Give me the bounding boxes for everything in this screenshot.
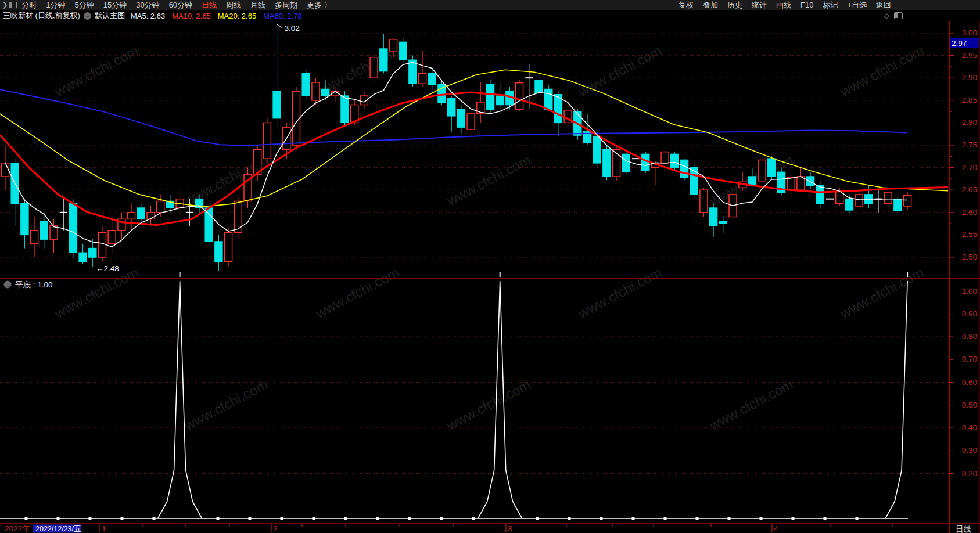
candle-body[interactable] — [487, 84, 494, 109]
candle-body[interactable] — [428, 73, 436, 84]
indicator-axis-label: 0.70 — [962, 355, 977, 363]
candle-body[interactable] — [797, 177, 805, 190]
period-tab-30分钟[interactable]: 30分钟 — [136, 0, 159, 10]
candle-body[interactable] — [884, 192, 892, 203]
candle-body[interactable] — [79, 253, 87, 261]
candle-body[interactable] — [467, 114, 475, 129]
candle-body[interactable] — [700, 190, 708, 213]
period-tab-月线[interactable]: 月线 — [250, 0, 265, 10]
ma-value-2: MA20: 2.65 — [218, 12, 257, 20]
candle-body[interactable] — [2, 163, 9, 177]
indicator-zero-dot — [440, 517, 443, 520]
candle-body[interactable] — [904, 195, 911, 206]
candle-body[interactable] — [341, 96, 349, 123]
candle-body[interactable] — [108, 231, 116, 244]
candle-body[interactable] — [128, 213, 135, 219]
period-tab-15分钟[interactable]: 15分钟 — [103, 0, 127, 10]
candle-body[interactable] — [40, 221, 48, 239]
period-tab-60分钟[interactable]: 60分钟 — [169, 0, 192, 10]
kline-chart-area[interactable]: www.cfchi.comwww.cfchi.comwww.cfchi.comw… — [0, 21, 980, 533]
indicator-zero-dot — [760, 517, 763, 520]
candle-body[interactable] — [69, 203, 77, 253]
indicator-axis-label: 0.50 — [962, 401, 977, 409]
candle-body[interactable] — [205, 208, 213, 242]
candle-body[interactable] — [263, 123, 271, 159]
chevron-down-circle-icon[interactable]: ⌄ — [84, 12, 91, 20]
price-axis-label: 2.85 — [962, 96, 977, 105]
candle-body[interactable] — [894, 199, 902, 211]
candle-body[interactable] — [31, 231, 38, 244]
tool-button-标记[interactable]: 标记 — [823, 0, 838, 10]
tool-button-画线[interactable]: 画线 — [776, 0, 791, 10]
candle-body[interactable] — [710, 208, 717, 226]
candle-body[interactable] — [380, 49, 387, 71]
tool-button-历史[interactable]: 历史 — [727, 0, 742, 10]
candle-body[interactable] — [855, 195, 863, 206]
candle-body[interactable] — [137, 208, 145, 219]
candle-body[interactable] — [302, 73, 310, 96]
candle-body[interactable] — [719, 221, 727, 224]
candle-body[interactable] — [399, 42, 407, 60]
candle-body[interactable] — [758, 160, 766, 181]
collapse-window-icon[interactable]: ❯ — [2, 1, 17, 9]
candle-body[interactable] — [545, 89, 552, 110]
period-tab-日线[interactable]: 日线 — [202, 0, 217, 10]
candle-body[interactable] — [99, 233, 106, 257]
tool-button-叠加[interactable]: 叠加 — [703, 0, 718, 10]
candle-body[interactable] — [157, 201, 164, 213]
tool-button-复权[interactable]: 复权 — [679, 0, 694, 10]
price-axis-label: 2.65 — [962, 185, 977, 194]
candle-body[interactable] — [273, 91, 281, 118]
stock-name[interactable]: 三峡新材 (日线,前复权) — [3, 10, 80, 21]
candle-body[interactable] — [448, 98, 455, 116]
indicator-zero-dot — [313, 517, 315, 520]
candle-body[interactable] — [622, 154, 630, 172]
candle-body[interactable] — [50, 226, 58, 239]
candle-body[interactable] — [865, 195, 873, 203]
candle-body[interactable] — [21, 203, 28, 235]
tool-button-F10[interactable]: F10 — [800, 1, 813, 9]
main-chart-type-label[interactable]: 默认主图 — [95, 10, 125, 21]
candle-body[interactable] — [535, 80, 543, 93]
candle-body[interactable] — [516, 83, 523, 110]
candle-body[interactable] — [89, 249, 96, 257]
candle-body[interactable] — [496, 96, 504, 105]
candle-body[interactable] — [293, 91, 300, 145]
candle-body[interactable] — [603, 150, 611, 177]
tool-button-+自选[interactable]: +自选 — [847, 0, 867, 10]
period-tab-1分钟[interactable]: 1分钟 — [46, 0, 65, 10]
period-tab-多周期[interactable]: 多周期 — [275, 0, 297, 10]
candle-body[interactable] — [234, 201, 242, 233]
candle-body[interactable] — [312, 82, 320, 100]
candle-body[interactable] — [816, 185, 824, 203]
candle-body[interactable] — [147, 213, 155, 219]
candle-body[interactable] — [661, 152, 669, 163]
period-menu-bar: ❯ 分时1分钟5分钟15分钟30分钟60分钟日线周线月线多周期更多 〉 复权叠加… — [0, 0, 980, 10]
candle-body[interactable] — [671, 154, 679, 167]
candle-body[interactable] — [690, 168, 698, 195]
split-view-icon[interactable] — [894, 12, 903, 19]
tool-button-统计[interactable]: 统计 — [752, 0, 767, 10]
indicator-zero-dot — [344, 517, 347, 520]
candle-body[interactable] — [748, 177, 756, 185]
period-tab-更多 〉[interactable]: 更多 〉 — [307, 0, 332, 10]
candle-body[interactable] — [807, 177, 814, 185]
candle-body[interactable] — [390, 39, 397, 51]
candle-body[interactable] — [845, 199, 853, 210]
candle-body[interactable] — [787, 178, 795, 190]
candle-body[interactable] — [225, 233, 232, 262]
candle-body[interactable] — [681, 160, 688, 177]
period-indicator-label: 日线 — [956, 525, 971, 533]
candle-body[interactable] — [457, 109, 465, 127]
period-tab-周线[interactable]: 周线 — [226, 0, 241, 10]
period-tab-分时[interactable]: 分时 — [21, 0, 37, 10]
candle-body[interactable] — [215, 242, 222, 262]
candle-body[interactable] — [322, 89, 329, 96]
candle-body[interactable] — [370, 57, 378, 78]
candle-body[interactable] — [593, 136, 601, 163]
candle-body[interactable] — [419, 73, 426, 84]
tool-button-返回[interactable]: 返回 — [876, 0, 891, 10]
candle-body[interactable] — [768, 159, 776, 176]
period-tab-5分钟[interactable]: 5分钟 — [74, 0, 94, 10]
diamond-icon[interactable]: ◇ — [884, 12, 889, 20]
